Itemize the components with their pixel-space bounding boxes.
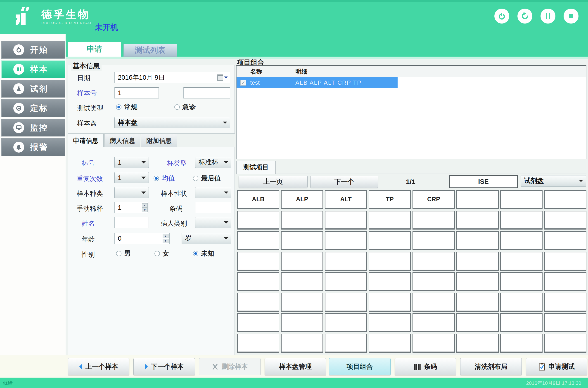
test-item-cell[interactable] [544,190,587,209]
ise-button[interactable]: ISE [449,175,518,188]
test-item-cell[interactable] [325,211,367,230]
test-item-cell[interactable] [500,313,543,332]
sample-kind-select[interactable] [114,187,149,198]
cup-no-select[interactable]: 1 [114,157,149,168]
test-item-cell[interactable] [237,293,279,312]
test-item-cell[interactable] [369,293,411,312]
age-stepper[interactable]: ▲▼ [163,234,169,243]
avg-radio[interactable] [153,176,159,181]
test-item-cell[interactable] [325,293,367,312]
test-item-cell[interactable] [413,231,455,250]
test-item-cell[interactable] [237,334,279,353]
test-item-cell[interactable] [281,313,323,332]
tab-patient-info[interactable]: 病人信息 [105,134,140,147]
next-sample-button[interactable]: 下一个样本 [133,358,195,375]
test-item-cell[interactable] [237,211,279,230]
tab-test-list[interactable]: 测试列表 [124,44,177,57]
test-item-cell[interactable]: ALT [325,190,367,209]
sample-no-input-2[interactable] [183,87,230,98]
test-item-cell[interactable] [500,190,543,209]
next-button[interactable]: 下一个 [310,176,378,188]
patient-type-select[interactable] [195,217,231,228]
test-item-cell[interactable] [500,252,543,271]
delete-sample-button[interactable]: 删除样本 [199,358,261,375]
combo-row-checkbox[interactable]: ✓ [240,80,246,86]
test-item-cell[interactable] [237,272,279,291]
repeat-select[interactable]: 1 [114,172,149,183]
power-button[interactable] [494,9,509,24]
test-item-cell[interactable] [456,190,499,209]
test-item-cell[interactable] [369,231,411,250]
tab-apply-info[interactable]: 申请信息 [68,134,104,147]
test-item-cell[interactable] [456,231,499,250]
test-item-cell[interactable] [456,252,499,271]
test-item-cell[interactable] [237,313,279,332]
name-input[interactable] [114,217,149,228]
combo-row-test[interactable]: ✓ test ALB ALP ALT CRP TP [237,77,398,88]
test-item-cell[interactable] [413,293,455,312]
test-item-cell[interactable] [325,252,367,271]
gender-female-radio[interactable] [154,251,160,256]
sidebar-item-reagent[interactable]: 试剂 [1,80,65,97]
project-combo-button[interactable]: 项目组合 [329,358,391,375]
test-item-cell[interactable] [325,272,367,291]
tab-extra-info[interactable]: 附加信息 [141,134,177,147]
test-item-cell[interactable] [413,313,455,332]
last-value-radio[interactable] [193,176,198,181]
stop-button[interactable] [564,9,579,24]
sample-tray-select[interactable]: 样本盘 [114,117,230,128]
test-item-cell[interactable] [544,293,587,312]
reset-button[interactable] [518,9,532,24]
test-item-cell[interactable] [325,231,367,250]
test-item-cell[interactable]: CRP [413,190,455,209]
manual-dilution-input[interactable]: 1 ▲▼ [114,202,149,213]
test-item-cell[interactable] [281,293,323,312]
test-item-cell[interactable] [544,252,587,271]
test-item-cell[interactable] [413,211,455,230]
pause-button[interactable] [541,9,555,24]
reagent-tray-select[interactable]: 试剂盘 [521,175,586,187]
apply-test-button[interactable]: 申请测试 [526,358,587,375]
test-item-cell[interactable] [281,252,323,271]
test-item-cell[interactable] [281,231,323,250]
test-item-cell[interactable] [456,211,499,230]
test-item-cell[interactable] [544,272,587,291]
calendar-icon[interactable] [217,74,228,81]
test-item-cell[interactable] [500,293,543,312]
test-item-cell[interactable] [544,313,587,332]
test-item-cell[interactable] [281,272,323,291]
test-item-cell[interactable] [413,334,455,353]
test-item-cell[interactable]: TP [369,190,411,209]
sample-character-select[interactable] [195,187,231,198]
test-item-cell[interactable]: ALP [281,190,323,209]
test-item-cell[interactable] [456,334,499,353]
tab-apply[interactable]: 申请 [68,42,121,57]
test-item-cell[interactable] [369,334,411,353]
test-item-cell[interactable] [544,211,587,230]
sidebar-item-monitor[interactable]: 监控 [1,119,65,137]
sidebar-item-start[interactable]: 开始 [1,41,65,59]
test-item-cell[interactable] [281,334,323,353]
test-item-cell[interactable] [325,334,367,353]
test-item-cell[interactable] [369,313,411,332]
test-item-cell[interactable] [413,252,455,271]
test-item-cell[interactable] [500,272,543,291]
test-item-cell[interactable] [456,293,499,312]
barcode-button[interactable]: 条码 [395,358,456,375]
sample-no-input[interactable] [114,87,159,98]
test-item-cell[interactable] [281,211,323,230]
test-item-cell[interactable] [544,334,587,353]
test-item-cell[interactable] [369,272,411,291]
test-item-cell[interactable] [500,334,543,353]
test-item-cell[interactable] [369,211,411,230]
test-type-urgent-radio[interactable] [174,104,180,110]
test-type-normal-radio[interactable] [116,104,121,110]
test-item-cell[interactable]: ALB [237,190,279,209]
test-items-tab[interactable]: 测试项目 [236,161,276,174]
test-item-cell[interactable] [456,272,499,291]
test-item-cell[interactable] [500,231,543,250]
test-item-cell[interactable] [369,252,411,271]
test-item-cell[interactable] [237,231,279,250]
gender-male-radio[interactable] [116,251,121,256]
sidebar-item-sample[interactable]: 样本 [1,60,65,78]
